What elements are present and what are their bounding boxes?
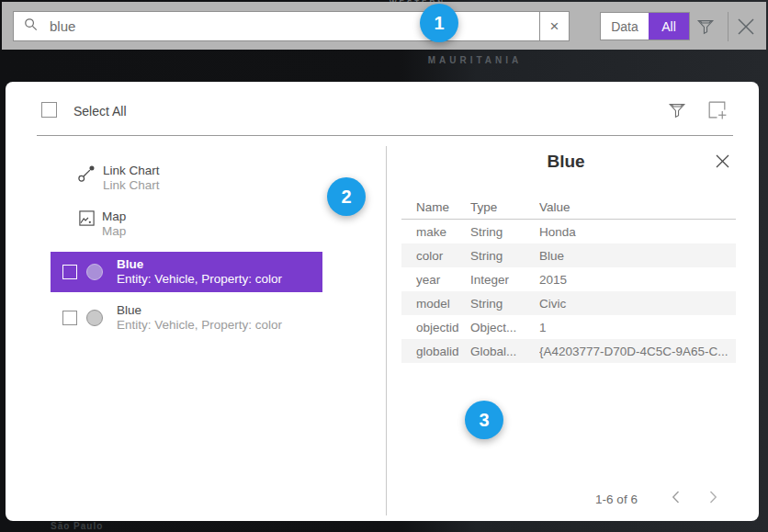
result-title: Blue [117, 257, 282, 272]
table-row: year Integer 2015 [401, 267, 736, 291]
result-item-map[interactable]: Map Map [78, 209, 126, 239]
search-icon [24, 17, 38, 35]
clear-icon: × [550, 17, 559, 36]
result-subtitle: Entity: Vehicle, Property: color [117, 272, 282, 287]
cell-value: Civic [539, 297, 736, 311]
entity-dot-icon [86, 310, 103, 326]
table-row: color String Blue [401, 243, 736, 267]
close-search-icon[interactable] [734, 15, 758, 42]
search-overlay-screen: WESTERN MAURITANIA São Paulo × Data All … [0, 0, 768, 532]
callout-number: 3 [479, 410, 489, 431]
link-chart-icon [77, 164, 96, 193]
cell-type: Object... [470, 321, 539, 334]
cell-type: String [470, 225, 539, 239]
cell-name: objectid [401, 321, 470, 334]
detail-close-icon[interactable] [715, 153, 730, 173]
callout-badge-3: 3 [465, 401, 503, 439]
cell-name: model [401, 297, 470, 311]
table-header-row: Name Type Value [401, 195, 736, 220]
toolbar-divider [728, 12, 728, 41]
callout-number: 1 [434, 13, 444, 34]
search-scope-toggle: Data All [600, 12, 690, 40]
column-header-value: Value [539, 200, 736, 214]
detail-divider [386, 146, 387, 515]
column-header-type: Type [470, 200, 539, 214]
cell-value: Honda [539, 225, 736, 239]
result-checkbox[interactable] [62, 265, 77, 279]
map-label-sao-paulo: São Paulo [51, 521, 103, 531]
add-to-list-icon[interactable] [706, 98, 728, 125]
cell-name: globalid [401, 345, 470, 358]
search-results-panel: Select All Link Chart Link Chart Map [6, 82, 759, 521]
cell-name: color [401, 249, 470, 263]
cell-name: year [401, 273, 470, 287]
result-item-blue[interactable]: Blue Entity: Vehicle, Property: color [51, 298, 322, 338]
callout-badge-1: 1 [420, 4, 458, 42]
table-row: globalid Global... {A4203777-D70D-4C5C-9… [401, 339, 736, 363]
result-checkbox[interactable] [62, 311, 77, 325]
cell-type: Global... [470, 345, 539, 358]
table-row: make String Honda [401, 220, 736, 243]
cell-value: 2015 [539, 273, 736, 287]
column-header-name: Name [401, 200, 470, 214]
search-toolbar: × Data All [2, 2, 766, 50]
result-subtitle: Link Chart [103, 178, 160, 193]
chevron-left-icon[interactable] [672, 491, 680, 507]
select-all-label: Select All [73, 104, 127, 119]
result-item-link-chart[interactable]: Link Chart Link Chart [77, 164, 160, 193]
map-label-mauritania: MAURITANIA [411, 55, 539, 65]
cell-name: make [401, 225, 470, 239]
table-row: objectid Object... 1 [401, 315, 736, 339]
result-title: Map [102, 209, 126, 224]
detail-title: Blue [386, 152, 746, 172]
map-icon [78, 209, 96, 239]
result-title: Blue [117, 303, 282, 318]
cell-type: Integer [470, 273, 539, 287]
cell-type: String [470, 249, 539, 263]
panel-header-divider [37, 135, 733, 136]
result-subtitle: Entity: Vehicle, Property: color [117, 318, 282, 333]
results-filter-icon[interactable] [667, 100, 687, 124]
result-title: Link Chart [103, 164, 160, 178]
clear-search-button[interactable]: × [540, 11, 570, 41]
select-all-checkbox[interactable] [41, 102, 57, 118]
result-item-blue-selected[interactable]: Blue Entity: Vehicle, Property: color [51, 252, 322, 292]
cell-value: Blue [539, 249, 736, 263]
cell-type: String [470, 297, 539, 311]
result-subtitle: Map [102, 224, 126, 239]
table-row: model String Civic [401, 291, 736, 315]
callout-badge-2: 2 [327, 177, 366, 216]
callout-number: 2 [341, 187, 351, 208]
chevron-right-icon[interactable] [709, 491, 717, 507]
pagination-range: 1-6 of 6 [582, 492, 650, 506]
search-box [13, 11, 540, 41]
attribute-table: Name Type Value make String Honda color … [401, 195, 736, 363]
scope-option-data[interactable]: Data [601, 13, 649, 40]
entity-dot-icon [86, 264, 103, 280]
filter-icon[interactable] [695, 17, 716, 40]
cell-value: 1 [539, 321, 736, 334]
scope-option-all[interactable]: All [649, 13, 689, 40]
cell-value: {A4203777-D70D-4C5C-9A65-C... [539, 345, 736, 358]
